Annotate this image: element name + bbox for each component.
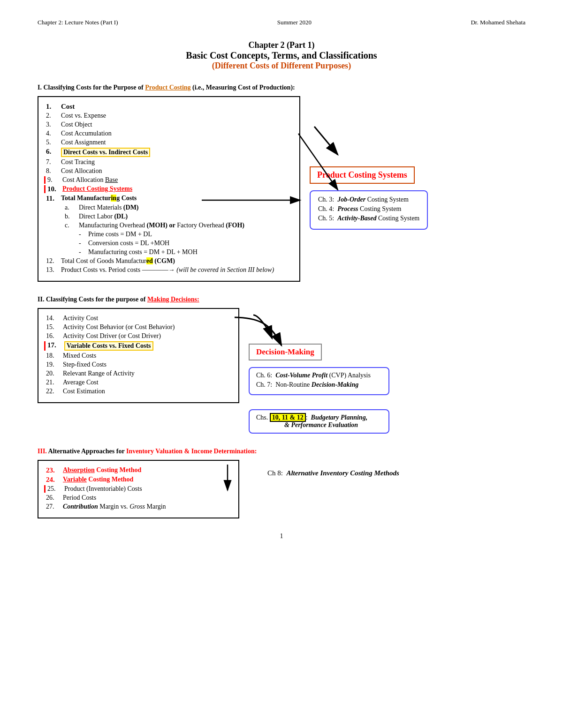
decision-arrow-svg [249,313,277,341]
list-item-24: 24. Variable Costing Method [46,476,231,484]
list-item-20: 20. Relevant Range of Activity [46,370,231,377]
list-item-21: 21. Average Cost [46,379,231,386]
list-item-4: 4. Cost Accumulation [46,130,292,137]
header-center: Summer 2020 [277,19,312,26]
list-item-11: 11. Total Manufacturing Costs [46,195,292,203]
section-ii-header: II. Classifying Costs for the purpose of… [38,296,525,303]
ch3-item: Ch. 3: Job-Order Costing System [318,196,419,203]
list-item-5: 5. Cost Assignment [46,139,292,146]
list-item-3: 3. Cost Object [46,121,292,128]
list-item-11b: b. Direct Labor (DL) [46,213,292,220]
section-i-right: Product Costing Systems Ch. 3: Job-Order… [300,96,525,230]
main-title: Chapter 2 (Part 1) Basic Cost Concepts, … [38,40,525,71]
ch7-item: Ch. 7: Non-Routine Decision-Making [256,381,382,389]
costing-systems-box: Ch. 3: Job-Order Costing System Ch. 4: P… [310,190,428,230]
list-item-8: 8. Cost Allocation [46,167,292,175]
list-item-2: 2. Cost vs. Expense [46,112,292,120]
product-costing-arrow-area [310,124,403,162]
decision-systems-box: Ch. 6: Cost-Volume Profit (CVP) Analysis… [249,367,389,395]
list-item-9: 9. Cost Allocation Base [44,176,292,184]
section-ii-right: Decision-Making Ch. 6: Cost-Volume Profi… [239,308,525,434]
section-i-list-box: 1. Cost 2. Cost vs. Expense 3. Cost Obje… [38,96,300,282]
list-item-17: 17. Variable Costs vs. Fixed Costs [44,341,231,351]
list-item-16: 16. Activity Cost Driver (or Cost Driver… [46,332,231,340]
product-costing-link[interactable]: Product Costing [145,84,190,91]
ch8-label: Ch 8: Alternative Inventory Costing Meth… [267,469,525,477]
section-ii-flex: 14. Activity Cost 15. Activity Cost Beha… [38,308,525,434]
section-ii-container: 14. Activity Cost 15. Activity Cost Beha… [38,308,525,434]
ch4-item: Ch. 4: Process Costing System [318,205,419,213]
arrow-svg [310,124,403,162]
list-item-prime: - Prime costs = DM + DL [46,231,292,238]
section-iii-header: III. Alternative Approaches for Inventor… [38,448,525,455]
list-item-6: 6. Direct Costs vs. Indirect Costs [46,148,292,157]
making-decisions-link[interactable]: Making Decisions: [147,296,199,303]
section-ii-list-box: 14. Activity Cost 15. Activity Cost Beha… [38,308,239,403]
title-line2: Basic Cost Concepts, Terms, and Classifi… [38,50,525,61]
list-item-7: 7. Cost Tracing [46,158,292,166]
header-right: Dr. Mohamed Shehata [471,19,525,26]
header-left: Chapter 2: Lecture Notes (Part I) [38,19,118,26]
section-iii-container: 23. Absorption Costing Method 24. Variab… [38,460,525,518]
list-item-10: 10. Product Costing Systems [44,185,292,193]
list-item-14: 14. Activity Cost [46,315,231,322]
chs-performance: & Performance Evaluation [256,421,382,429]
section-i-flex: 1. Cost 2. Cost vs. Expense 3. Cost Obje… [38,96,525,282]
inventory-valuation-highlight: Inventory Valuation & Income Determinati… [126,448,257,455]
list-item-12: 12. Total Cost of Goods Manufactured (CG… [46,257,292,265]
list-item-23: 23. Absorption Costing Method [46,466,231,474]
list-item-18: 18. Mixed Costs [46,352,231,360]
page-number: 1 [38,533,525,540]
section-iii-flex: 23. Absorption Costing Method 24. Variab… [38,460,525,518]
list-item-conversion: - Conversion costs = DL +MOH [46,240,292,247]
title-line1: Chapter 2 (Part 1) [38,40,525,50]
section-i-header: I. Classifying Costs for the Purpose of … [38,84,525,91]
list-item-26: 26. Period Costs [46,494,231,502]
product-costing-systems-label: Product Costing Systems [310,166,415,184]
chs-budgetary: Chs. 10, 11 & 12: Budgetary Planning, [256,414,382,421]
list-item-11c: c. Manufacturing Overhead (MOH) or Facto… [46,222,292,229]
ch5-item: Ch. 5: Activity-Based Costing System [318,215,419,222]
section-iii-list-box: 23. Absorption Costing Method 24. Variab… [38,460,239,518]
list-item-19: 19. Step-fixed Costs [46,361,231,368]
decision-making-label: Decision-Making [249,344,322,360]
section-i-container: 1. Cost 2. Cost vs. Expense 3. Cost Obje… [38,96,525,282]
list-item-mfg-costs: - Manufacturing costs = DM + DL + MOH [46,248,292,256]
section-iii-right: Ch 8: Alternative Inventory Costing Meth… [239,460,525,477]
title-line3: (Different Costs of Different Purposes) [38,61,525,71]
list-item-25: 25. Product (Inventoriable) Costs [44,485,231,493]
list-item-15: 15. Activity Cost Behavior (or Cost Beha… [46,323,231,331]
list-item-22: 22. Cost Estimation [46,388,231,395]
list-item-27: 27. Contribution Margin vs. Gross Margin [46,503,231,510]
ch6-item: Ch. 6: Cost-Volume Profit (CVP) Analysis [256,372,382,379]
svg-line-6 [314,127,338,155]
list-item-1: 1. Cost [46,103,292,111]
page-header: Chapter 2: Lecture Notes (Part I) Summer… [38,19,525,26]
list-item-13: 13. Product Costs vs. Period costs ————→… [46,266,292,274]
list-item-11a: a. Direct Materials (DM) [46,204,292,211]
budgetary-box: Chs. 10, 11 & 12: Budgetary Planning, & … [249,409,389,434]
